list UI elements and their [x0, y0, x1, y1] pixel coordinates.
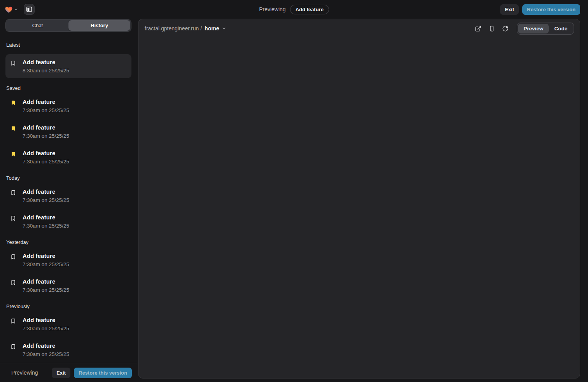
- bookmark-filled-icon: [10, 151, 16, 157]
- history-item-title: Add feature: [23, 98, 69, 105]
- preview-header: fractal.gptengineer.run / home: [138, 19, 580, 38]
- previewing-status-label: Previewing: [259, 6, 285, 12]
- tab-chat[interactable]: Chat: [7, 20, 68, 31]
- section-title: Saved: [6, 85, 131, 91]
- history-item-title: Add feature: [23, 317, 69, 323]
- section-title: Yesterday: [6, 239, 131, 245]
- preview-url-selector[interactable]: fractal.gptengineer.run / home: [145, 25, 226, 32]
- history-item-timestamp: 7:30am on 25/25/25: [23, 197, 69, 203]
- mobile-view-button[interactable]: [486, 23, 497, 34]
- bookmark-icon: [10, 343, 16, 350]
- section-title: Latest: [6, 42, 131, 48]
- history-item-title: Add feature: [23, 278, 69, 285]
- preview-iframe-area: [138, 38, 580, 378]
- tab-preview[interactable]: Preview: [518, 24, 549, 33]
- history-item-timestamp: 7:30am on 25/25/25: [23, 107, 69, 113]
- version-history-list: LatestAdd feature8:30am on 25/25/25Saved…: [5, 35, 131, 363]
- footer-restore-version-button[interactable]: Restore this version: [74, 368, 132, 378]
- preview-panel: fractal.gptengineer.run / home: [138, 19, 580, 378]
- refresh-button[interactable]: [500, 23, 511, 34]
- sidebar-panel-icon: [26, 6, 33, 13]
- tab-history[interactable]: History: [68, 20, 130, 31]
- bookmark-filled-icon: [10, 125, 16, 131]
- preview-url-domain: fractal.gptengineer.run /: [145, 25, 202, 32]
- history-item[interactable]: Add feature7:30am on 25/25/25: [5, 249, 131, 271]
- lovable-heart-logo-icon: [5, 5, 13, 14]
- bookmark-filled-icon: [10, 100, 16, 106]
- history-item[interactable]: Add feature7:30am on 25/25/25: [5, 339, 131, 361]
- history-item[interactable]: Add feature7:30am on 25/25/25: [5, 210, 131, 232]
- bookmark-icon: [10, 215, 16, 221]
- history-item-timestamp: 7:30am on 25/25/25: [23, 159, 69, 165]
- section-title: Previously: [6, 303, 131, 309]
- version-badge[interactable]: Add feature: [290, 5, 329, 14]
- history-item[interactable]: Add feature8:30am on 25/25/25: [5, 54, 131, 78]
- bookmark-icon: [10, 60, 16, 66]
- top-bar: Previewing Add feature Exit Restore this…: [0, 0, 588, 19]
- history-item[interactable]: Add feature7:30am on 25/25/25: [5, 146, 131, 168]
- history-item[interactable]: Add feature7:30am on 25/25/25: [5, 313, 131, 335]
- history-item[interactable]: Add feature7:30am on 25/25/25: [5, 185, 131, 207]
- footer-previewing-label: Previewing: [11, 370, 38, 376]
- history-item-title: Add feature: [23, 124, 69, 131]
- history-item[interactable]: Add feature7:30am on 25/25/25: [5, 95, 131, 117]
- exit-button[interactable]: Exit: [500, 4, 519, 15]
- footer-exit-button[interactable]: Exit: [52, 368, 70, 378]
- bookmark-icon: [10, 254, 16, 260]
- restore-version-button[interactable]: Restore this version: [522, 4, 580, 15]
- history-item-title: Add feature: [23, 214, 69, 221]
- history-item-title: Add feature: [23, 59, 69, 65]
- sidebar-toggle-button[interactable]: [24, 4, 35, 15]
- history-sidebar: ChatHistory LatestAdd feature8:30am on 2…: [0, 19, 137, 382]
- history-item-timestamp: 7:30am on 25/25/25: [23, 133, 69, 139]
- preview-code-toggle: PreviewCode: [517, 23, 574, 35]
- history-item-title: Add feature: [23, 150, 69, 156]
- history-item-timestamp: 7:30am on 25/25/25: [23, 261, 69, 267]
- history-item-title: Add feature: [23, 188, 69, 195]
- mobile-view-icon: [488, 25, 495, 32]
- history-item-timestamp: 7:30am on 25/25/25: [23, 326, 69, 331]
- refresh-icon: [502, 25, 509, 32]
- history-item-timestamp: 7:30am on 25/25/25: [23, 351, 69, 357]
- section-title: Today: [6, 175, 131, 181]
- history-item-title: Add feature: [23, 342, 69, 349]
- history-item[interactable]: Add feature7:30am on 25/25/25: [5, 275, 131, 296]
- chevron-down-icon: [222, 26, 226, 31]
- bookmark-icon: [10, 318, 16, 324]
- history-item[interactable]: Add feature7:30am on 25/25/25: [5, 121, 131, 142]
- chat-history-tabs: ChatHistory: [5, 19, 131, 32]
- history-item-timestamp: 7:30am on 25/25/25: [23, 223, 69, 229]
- history-item-timestamp: 7:30am on 25/25/25: [23, 287, 69, 293]
- history-item-title: Add feature: [23, 252, 69, 259]
- bookmark-icon: [10, 279, 16, 286]
- tab-code[interactable]: Code: [549, 24, 573, 33]
- history-item-timestamp: 8:30am on 25/25/25: [23, 68, 69, 74]
- bookmark-icon: [10, 189, 16, 196]
- sidebar-footer: Previewing Exit Restore this version: [0, 363, 137, 382]
- preview-url-page: home: [205, 25, 219, 32]
- workspace-menu-button[interactable]: [5, 5, 18, 14]
- open-in-new-tab-icon: [475, 25, 481, 32]
- chevron-down-icon: [14, 7, 18, 12]
- open-in-new-tab-button[interactable]: [472, 23, 483, 34]
